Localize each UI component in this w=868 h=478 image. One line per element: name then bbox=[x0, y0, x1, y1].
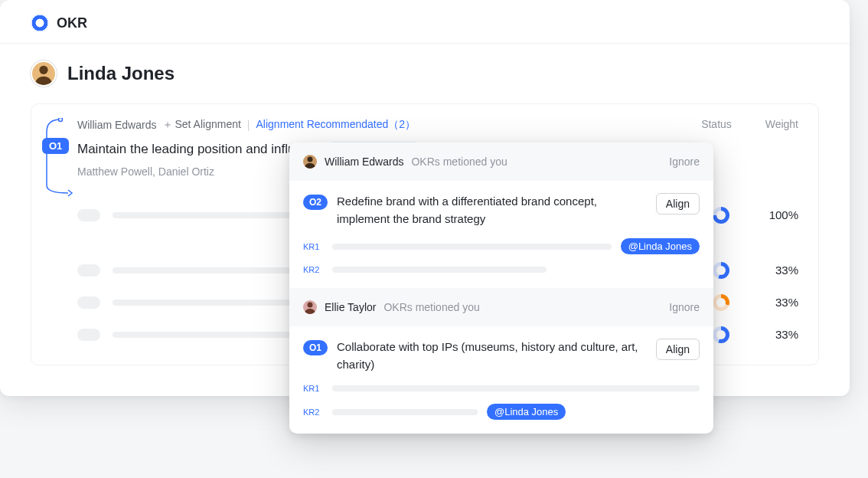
mention-pill[interactable]: @Linda Jones bbox=[621, 238, 700, 254]
plus-icon: ＋ bbox=[162, 118, 173, 130]
kr-bar bbox=[332, 267, 547, 273]
weight-value: 100% bbox=[752, 208, 798, 221]
popover-objective: Collaborate with top IPs (museums, histo… bbox=[337, 339, 647, 373]
kr-placeholder-icon bbox=[77, 264, 100, 277]
owner-avatar-icon bbox=[303, 155, 317, 169]
popover-owner[interactable]: William Edwards bbox=[325, 156, 403, 168]
kr-label: KR2 bbox=[303, 265, 323, 274]
okr-logo-icon bbox=[31, 14, 49, 32]
connector-lines-icon bbox=[45, 118, 76, 201]
kr-label: KR1 bbox=[303, 384, 323, 393]
weight-value: 33% bbox=[752, 296, 798, 309]
user-header: Linda Jones bbox=[31, 61, 819, 87]
alignment-popover: William Edwards OKRs metioned you Ignore… bbox=[289, 142, 713, 434]
popover-body: O2 Redefine brand with a differentiated … bbox=[289, 181, 713, 288]
popover-section-header: William Edwards OKRs metioned you Ignore bbox=[289, 142, 713, 181]
status-ring-icon bbox=[713, 207, 729, 224]
popover-suffix: OKRs metioned you bbox=[411, 156, 507, 168]
weight-value: 33% bbox=[752, 264, 798, 277]
kr-label: KR2 bbox=[303, 408, 323, 417]
svg-point-3 bbox=[308, 303, 313, 308]
o-pill: O2 bbox=[303, 195, 328, 210]
set-alignment-link[interactable]: ＋Set Alignment bbox=[162, 118, 240, 132]
ignore-button[interactable]: Ignore bbox=[669, 301, 700, 313]
app-name: OKR bbox=[57, 15, 87, 31]
align-button[interactable]: Align bbox=[656, 339, 700, 360]
breadcrumb: William Edwards ＋Set Alignment | Alignme… bbox=[77, 118, 798, 132]
popover-section-header: Ellie Taylor OKRs metioned you Ignore bbox=[289, 288, 713, 326]
status-label: Status bbox=[697, 118, 736, 130]
topbar: OKR bbox=[0, 0, 850, 44]
popover-body: O1 Collaborate with top IPs (museums, hi… bbox=[289, 326, 713, 434]
kr-placeholder-icon bbox=[77, 296, 100, 309]
popover-owner[interactable]: Ellie Taylor bbox=[325, 301, 376, 313]
header-labels: Status Weight bbox=[697, 118, 798, 130]
kr-placeholder-icon bbox=[77, 209, 100, 221]
separator: | bbox=[247, 119, 250, 131]
objective-badge: O1 bbox=[42, 138, 69, 154]
kr-bar bbox=[332, 409, 478, 415]
user-name: Linda Jones bbox=[67, 63, 175, 84]
user-avatar-icon[interactable] bbox=[31, 61, 57, 87]
kr-row: KR2 bbox=[303, 265, 700, 274]
alignment-recommended-link[interactable]: Alignment Recommendated（2） bbox=[256, 118, 416, 132]
ignore-button[interactable]: Ignore bbox=[669, 156, 700, 168]
status-ring-icon bbox=[713, 262, 729, 279]
kr-row: KR1 @Linda Jones bbox=[303, 238, 700, 254]
owner-avatar-icon bbox=[303, 300, 317, 314]
svg-point-1 bbox=[59, 118, 63, 122]
breadcrumb-owner[interactable]: William Edwards bbox=[77, 119, 156, 131]
o-pill: O1 bbox=[303, 340, 328, 355]
objective-text: Maintain the leading position and influe… bbox=[77, 142, 323, 156]
svg-point-0 bbox=[39, 66, 47, 74]
status-ring-icon bbox=[713, 294, 729, 311]
kr-bar bbox=[332, 244, 612, 250]
kr-placeholder-icon bbox=[77, 329, 100, 341]
kr-label: KR1 bbox=[303, 242, 323, 251]
weight-value: 33% bbox=[752, 328, 798, 341]
kr-bar bbox=[332, 385, 700, 391]
status-ring-icon bbox=[713, 326, 729, 343]
weight-label: Weight bbox=[760, 118, 798, 130]
popover-suffix: OKRs metioned you bbox=[383, 301, 479, 313]
kr-row: KR2 @Linda Jones bbox=[303, 404, 700, 420]
mention-pill[interactable]: @Linda Jones bbox=[487, 404, 566, 420]
kr-row: KR1 bbox=[303, 384, 700, 393]
svg-point-2 bbox=[308, 157, 313, 162]
align-button[interactable]: Align bbox=[656, 193, 700, 214]
popover-objective: Redefine brand with a differentiated bra… bbox=[337, 193, 647, 228]
